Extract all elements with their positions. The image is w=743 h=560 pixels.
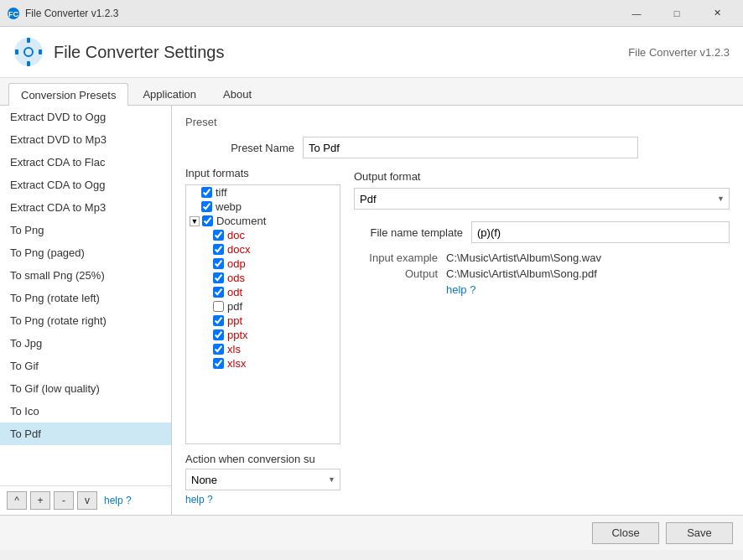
sidebar-item[interactable]: Extract DVD to Ogg xyxy=(0,106,171,128)
move-up-button[interactable]: ^ xyxy=(7,491,27,510)
app-title: File Converter Settings xyxy=(54,43,224,62)
tree-leaf-label: pdf xyxy=(227,300,242,313)
tree-expand-btn[interactable]: ▼ xyxy=(190,216,200,226)
sidebar-item[interactable]: Extract CDA to Ogg xyxy=(0,174,171,196)
sidebar-item[interactable]: To Jpg xyxy=(0,332,171,355)
sidebar-item[interactable]: To Gif (low quality) xyxy=(0,377,171,400)
main-content: Extract DVD to OggExtract DVD to Mp3Extr… xyxy=(0,106,743,515)
output-row: Output C:\Music\Artist\Album\Song.pdf xyxy=(354,267,730,280)
tree-leaf-item[interactable]: xlsx xyxy=(186,356,340,371)
close-button-footer[interactable]: Close xyxy=(592,522,659,544)
app-version: File Converter v1.2.3 xyxy=(628,46,730,59)
tree-leaf-item[interactable]: doc xyxy=(186,228,340,242)
remove-button[interactable]: - xyxy=(54,491,74,510)
tree-leaf-label: xlsx xyxy=(227,357,246,370)
window-controls: — □ ✕ xyxy=(617,3,736,23)
close-button[interactable]: ✕ xyxy=(698,3,736,23)
tree-leaf-checkbox[interactable] xyxy=(201,187,212,198)
tree-leaf-item[interactable]: pptx xyxy=(186,328,340,342)
sidebar-item[interactable]: Extract CDA to Flac xyxy=(0,151,171,174)
tree-leaf-checkbox[interactable] xyxy=(201,201,212,212)
tree-leaf-item[interactable]: odp xyxy=(186,257,340,271)
action-select[interactable]: None Open file Open folder xyxy=(185,469,340,490)
svg-rect-7 xyxy=(15,49,18,54)
tree-leaf-item[interactable]: ppt xyxy=(186,314,340,328)
sidebar-item[interactable]: Extract DVD to Mp3 xyxy=(0,128,171,151)
tree-leaf-checkbox[interactable] xyxy=(213,272,224,283)
tab-application[interactable]: Application xyxy=(130,83,209,105)
svg-rect-5 xyxy=(27,61,30,66)
svg-text:FC: FC xyxy=(8,10,18,18)
tree-leaf-item[interactable]: pdf xyxy=(186,299,340,314)
tree-leaf-checkbox[interactable] xyxy=(213,358,224,369)
output-format-title: Output format xyxy=(354,170,730,183)
sidebar-item[interactable]: To Png (rotate left) xyxy=(0,287,171,309)
app-icon: FC xyxy=(7,7,20,20)
sidebar-item[interactable]: Extract CDA to Mp3 xyxy=(0,196,171,219)
tree-leaf-checkbox[interactable] xyxy=(213,258,224,269)
tree-leaf-label: xls xyxy=(227,343,241,355)
tree-leaf-checkbox[interactable] xyxy=(213,230,224,241)
input-formats-title: Input formats xyxy=(185,167,340,179)
sidebar-item[interactable]: To Png (paged) xyxy=(0,241,171,264)
tree-leaf-label: odt xyxy=(227,286,242,298)
tree-leaf-item[interactable]: odt xyxy=(186,285,340,299)
sidebar-item[interactable]: To Ico xyxy=(0,400,171,423)
preset-section-label: Preset xyxy=(185,116,730,128)
tree-leaf-checkbox[interactable] xyxy=(213,329,224,340)
tree-group-checkbox[interactable] xyxy=(202,215,213,226)
tree-leaf-label: odp xyxy=(227,257,246,270)
tree-leaf-label: ppt xyxy=(227,314,242,327)
svg-rect-6 xyxy=(39,49,42,54)
file-name-template-row: File name template xyxy=(354,221,730,243)
tree-group-item[interactable]: ▼Document xyxy=(186,214,340,228)
preset-name-input[interactable] xyxy=(303,137,638,158)
tab-about[interactable]: About xyxy=(210,83,264,105)
preset-name-label: Preset Name xyxy=(185,142,294,154)
maximize-button[interactable]: □ xyxy=(657,3,696,23)
output-format-select[interactable]: Pdf Png Jpg Mp3 Ogg Flac xyxy=(354,188,730,210)
tree-leaf-label: tiff xyxy=(216,186,227,199)
tree-leaf-item[interactable]: docx xyxy=(186,242,340,257)
tree-leaf-checkbox[interactable] xyxy=(213,244,224,255)
svg-rect-4 xyxy=(27,38,30,43)
sidebar-help-link[interactable]: help ? xyxy=(104,495,132,506)
input-example-label: Input example xyxy=(354,251,438,264)
save-button[interactable]: Save xyxy=(666,522,733,544)
action-help-link[interactable]: help ? xyxy=(185,494,213,506)
sidebar-item[interactable]: To small Png (25%) xyxy=(0,264,171,287)
file-name-template-input[interactable] xyxy=(471,221,730,243)
tree-leaf-label: pptx xyxy=(227,329,248,341)
output-help-row: help ? xyxy=(354,283,730,296)
tree-leaf-item[interactable]: xls xyxy=(186,342,340,356)
move-down-button[interactable]: v xyxy=(77,491,97,510)
output-section: Output format Pdf Png Jpg Mp3 Ogg Flac xyxy=(354,170,730,210)
tree-leaf-item[interactable]: webp xyxy=(186,200,340,214)
sidebar-item[interactable]: To Png xyxy=(0,219,171,241)
footer: Close Save xyxy=(0,515,743,550)
file-name-template-label: File name template xyxy=(354,226,463,239)
sidebar-item[interactable]: To Png (rotate right) xyxy=(0,309,171,332)
sidebar-wrapper: Extract DVD to OggExtract DVD to Mp3Extr… xyxy=(0,106,172,515)
two-col-section: Input formats tiffwebp▼Documentdocdocxod… xyxy=(185,167,730,506)
tree-leaf-checkbox[interactable] xyxy=(213,301,224,312)
tree-leaf-checkbox[interactable] xyxy=(213,315,224,326)
tree-leaf-item[interactable]: tiff xyxy=(186,185,340,200)
preset-panel: Preset Preset Name Input formats tiffweb… xyxy=(172,106,743,515)
input-example-row: Input example C:\Music\Artist\Album\Song… xyxy=(354,251,730,264)
sidebar-item[interactable]: To Gif xyxy=(0,355,171,377)
tab-conversion-presets[interactable]: Conversion Presets xyxy=(8,83,128,106)
output-label: Output xyxy=(354,267,438,280)
app-header: File Converter Settings File Converter v… xyxy=(0,27,743,78)
formats-tree[interactable]: tiffwebp▼Documentdocdocxodpodsodtpdfpptp… xyxy=(185,184,340,444)
sidebar-item[interactable]: To Pdf xyxy=(0,423,171,445)
tree-leaf-item[interactable]: ods xyxy=(186,271,340,285)
output-value: C:\Music\Artist\Album\Song.pdf xyxy=(446,267,597,280)
add-button[interactable]: + xyxy=(30,491,50,510)
action-select-wrapper: None Open file Open folder xyxy=(185,469,340,490)
tree-group-label: Document xyxy=(216,215,266,227)
output-help-link[interactable]: help ? xyxy=(446,283,475,296)
tree-leaf-checkbox[interactable] xyxy=(213,344,224,355)
tree-leaf-checkbox[interactable] xyxy=(213,287,224,298)
minimize-button[interactable]: — xyxy=(617,3,656,23)
